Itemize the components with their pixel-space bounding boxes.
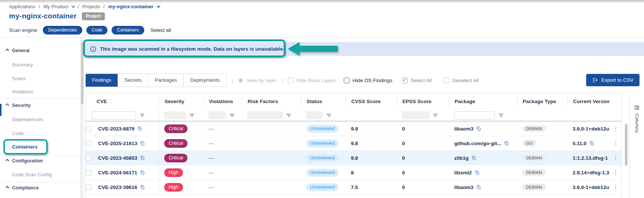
- select-all-checkbox[interactable]: [402, 78, 408, 83]
- sidebar-section-general[interactable]: General: [12, 48, 30, 53]
- sidebar-item-code[interactable]: Code: [12, 130, 24, 136]
- column-header-package-type[interactable]: Package Type: [517, 96, 567, 107]
- copy-icon[interactable]: [137, 126, 142, 131]
- tab-deployments[interactable]: Deployments: [183, 74, 226, 87]
- table-row[interactable]: CVE-2025-21613 Critical — Unreviewed 9.8…: [86, 136, 621, 151]
- column-header-package[interactable]: Package: [449, 96, 517, 107]
- row-menu-icon[interactable]: ⋮: [609, 125, 622, 132]
- view-by-layer-radio[interactable]: [238, 78, 243, 83]
- sidebar-item-code-scan-config[interactable]: Code Scan Config: [12, 172, 52, 177]
- copy-icon[interactable]: [140, 141, 145, 146]
- columns-panel-toggle[interactable]: Columns: [629, 93, 644, 198]
- table-row[interactable]: CVE-2023-6879 Critical — Unreviewed 9.8 …: [86, 122, 621, 136]
- sidebar-item-dependencies[interactable]: Dependencies: [12, 117, 43, 122]
- tab-packages[interactable]: Packages: [148, 74, 183, 87]
- filter-icon[interactable]: [433, 113, 438, 118]
- table-scrollbar-thumb[interactable]: [625, 124, 627, 166]
- package-filter-input[interactable]: [454, 111, 495, 120]
- engine-pill-code[interactable]: Code: [86, 26, 108, 34]
- row-menu-icon[interactable]: ⋮: [609, 184, 622, 190]
- chevron-up-icon[interactable]: [6, 186, 9, 190]
- copy-icon[interactable]: [476, 126, 481, 131]
- table-row[interactable]: CVE-2023-39616 High — Unreviewed 7.5 0 l…: [86, 180, 621, 195]
- row-checkbox[interactable]: [86, 155, 91, 161]
- table-filter-row: [86, 110, 621, 122]
- chevron-up-icon[interactable]: [6, 49, 9, 52]
- row-checkbox[interactable]: [86, 126, 91, 132]
- severity-badge: Critical: [164, 139, 187, 148]
- risk-factors-filter-box[interactable]: [247, 111, 283, 119]
- findings-toolbar: Findings Secrets Packages Deployments | …: [85, 74, 639, 87]
- column-header-cve[interactable]: CVE: [86, 96, 159, 107]
- copy-icon[interactable]: [471, 155, 476, 160]
- row-checkbox[interactable]: [86, 141, 91, 146]
- hide-base-layers-checkbox[interactable]: [288, 78, 293, 83]
- sidebar-section-compliance[interactable]: Compliance: [12, 185, 39, 190]
- chevron-down-icon[interactable]: [71, 4, 75, 8]
- sidebar-item-violations[interactable]: Violations: [12, 89, 33, 94]
- row-menu-icon[interactable]: ⋮: [609, 140, 622, 147]
- violations-filter-box[interactable]: [209, 111, 226, 119]
- filter-icon[interactable]: [189, 113, 194, 118]
- sidebar-section-configuration[interactable]: Configuration: [12, 158, 43, 164]
- filter-icon[interactable]: [327, 113, 331, 118]
- column-header-risk-factors[interactable]: Risk Factors: [242, 96, 301, 107]
- chevron-up-icon[interactable]: [6, 104, 9, 107]
- tab-findings[interactable]: Findings: [86, 74, 118, 87]
- sidebar-section-security[interactable]: Security: [12, 103, 30, 108]
- engine-pill-dependencies[interactable]: Dependencies: [43, 26, 82, 34]
- status-badge: Unreviewed: [306, 154, 339, 162]
- row-menu-icon[interactable]: ⋮: [609, 169, 622, 176]
- epss-filter-box[interactable]: [402, 111, 429, 119]
- row-checkbox[interactable]: [86, 184, 91, 190]
- status-filter-box[interactable]: [306, 111, 323, 119]
- cve-id: CVE-2024-56171: [98, 170, 137, 176]
- copy-icon[interactable]: [140, 170, 145, 175]
- filter-icon[interactable]: [499, 113, 503, 118]
- table-row[interactable]: CVE-2024-56171 High — Unreviewed 8 0 lib…: [86, 165, 621, 180]
- copy-icon[interactable]: [589, 141, 594, 146]
- filter-icon[interactable]: [286, 113, 291, 118]
- table-row[interactable]: CVE-2023-45853 Critical — Unreviewed 9.8…: [86, 151, 621, 165]
- copy-icon[interactable]: [140, 184, 145, 190]
- chevron-down-icon[interactable]: [157, 4, 160, 8]
- column-header-severity[interactable]: Severity: [159, 96, 203, 107]
- package-name: libaom3: [454, 184, 473, 190]
- row-checkbox[interactable]: [86, 170, 91, 176]
- column-header-status[interactable]: Status: [301, 96, 346, 107]
- column-header-epss-score[interactable]: EPSS Score: [397, 96, 449, 107]
- copy-icon[interactable]: [140, 155, 145, 160]
- hide-os-findings-checkbox[interactable]: [344, 78, 349, 83]
- copy-icon[interactable]: [504, 141, 509, 146]
- page-title: my-nginx-container: [9, 12, 77, 20]
- column-header-current-version[interactable]: Current Version: [567, 96, 609, 107]
- sidebar-item-scans[interactable]: Scans: [12, 76, 26, 81]
- column-header-cvss-score[interactable]: CVSS Score: [346, 96, 397, 107]
- export-to-csv-button[interactable]: Export to CSV: [586, 74, 639, 86]
- engine-pill-containers[interactable]: Containers: [112, 26, 144, 34]
- select-all-engines-link[interactable]: Select all: [151, 27, 171, 33]
- info-icon: [90, 46, 96, 52]
- cve-id: CVE-2023-45853: [98, 155, 137, 161]
- breadcrumb-projects[interactable]: Projects: [82, 4, 100, 9]
- chevron-up-icon[interactable]: [6, 159, 9, 163]
- hide-os-findings-control: Hide OS Findings: [344, 78, 392, 83]
- hide-base-layers-label: Hide Base Layers: [296, 78, 337, 83]
- copy-icon[interactable]: [475, 170, 479, 175]
- column-header-violations[interactable]: Violations: [203, 96, 242, 107]
- filter-icon[interactable]: [140, 113, 145, 118]
- severity-filter-box[interactable]: [164, 111, 186, 119]
- row-menu-icon[interactable]: ⋮: [609, 154, 622, 161]
- filter-icon[interactable]: [230, 113, 234, 118]
- tab-secrets[interactable]: Secrets: [118, 74, 148, 87]
- sidebar-item-containers[interactable]: Containers: [12, 144, 38, 150]
- deselect-all-icon[interactable]: [444, 78, 449, 83]
- cve-filter-input[interactable]: [92, 111, 136, 120]
- breadcrumb-my-product[interactable]: My Product: [44, 4, 68, 9]
- copy-icon[interactable]: [476, 184, 481, 190]
- breadcrumb-applications[interactable]: Applications: [9, 4, 35, 9]
- content-scrollbar-thumb[interactable]: [81, 42, 83, 104]
- sidebar-item-summary[interactable]: Summary: [12, 62, 33, 68]
- page-header: Applications / My Product / Projects / m…: [0, 0, 644, 38]
- breadcrumb-current-project[interactable]: my-nginx-container: [108, 4, 154, 9]
